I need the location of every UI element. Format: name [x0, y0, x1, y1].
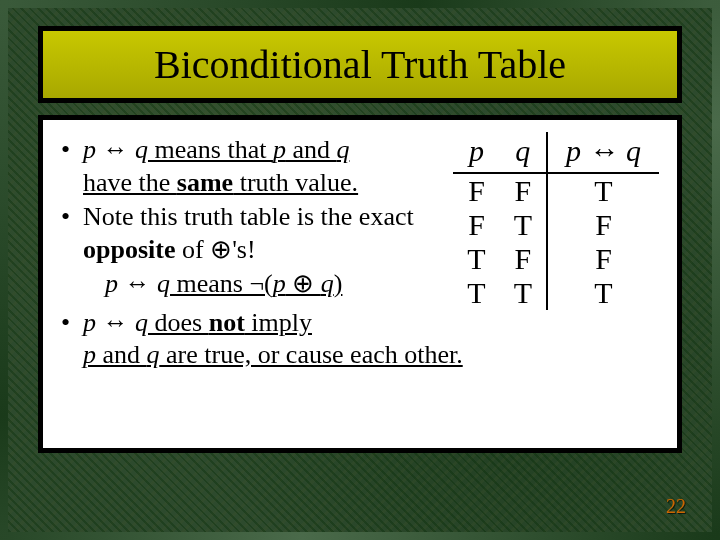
slide-title: Biconditional Truth Table — [55, 41, 665, 88]
bullet-3: • p ↔ q does not imply p and q are true,… — [61, 307, 659, 372]
col-piffq: p ↔ q — [547, 132, 659, 173]
table-row: F T F — [453, 208, 659, 242]
slide-title-box: Biconditional Truth Table — [38, 26, 682, 103]
page-number: 22 — [666, 495, 686, 518]
bullet-2: • Note this truth table is the exact opp… — [61, 201, 451, 266]
col-p: p — [453, 132, 499, 173]
table-row: T F F — [453, 242, 659, 276]
truth-table: p q p ↔ q F F T F T F T F — [453, 132, 659, 310]
table-row: F F T — [453, 173, 659, 208]
col-q: q — [500, 132, 547, 173]
slide-body: p q p ↔ q F F T F T F T F — [38, 115, 682, 453]
table-row: T T T — [453, 276, 659, 310]
bullet-1: • p ↔ q means that p and q have the same… — [61, 134, 451, 199]
